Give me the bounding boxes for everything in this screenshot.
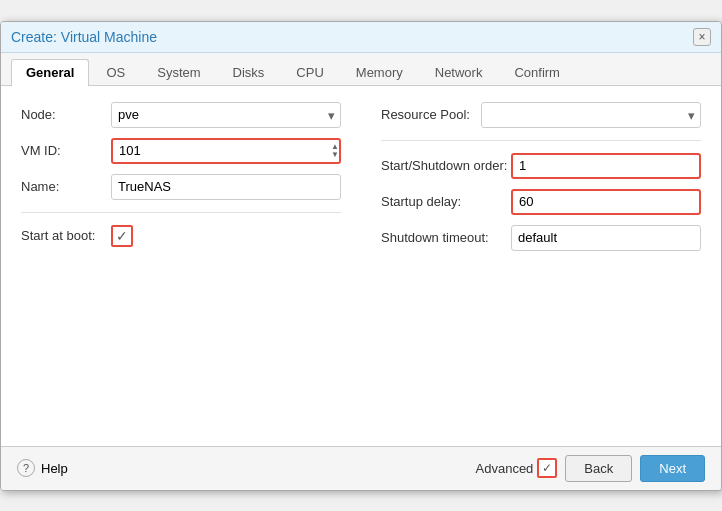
form-section: Node: pve VM ID: 101 ▲ ▼: [21, 102, 701, 261]
create-vm-dialog: Create: Virtual Machine × General OS Sys…: [0, 21, 722, 491]
name-row: Name:: [21, 174, 341, 200]
shutdown-timeout-label: Shutdown timeout:: [381, 230, 511, 245]
vmid-row: VM ID: 101 ▲ ▼: [21, 138, 341, 164]
vmid-spinners: ▲ ▼: [331, 143, 339, 159]
footer: ? Help Advanced ✓ Back Next: [1, 446, 721, 490]
divider-2: [381, 140, 701, 141]
footer-left: ? Help: [17, 459, 68, 477]
advanced-wrapper: Advanced ✓: [476, 458, 558, 478]
resource-pool-select-wrapper: [481, 102, 701, 128]
help-icon[interactable]: ?: [17, 459, 35, 477]
close-button[interactable]: ×: [693, 28, 711, 46]
tab-system[interactable]: System: [142, 59, 215, 85]
startup-delay-row: Startup delay:: [381, 189, 701, 215]
resource-pool-label: Resource Pool:: [381, 107, 481, 122]
vmid-down[interactable]: ▼: [331, 151, 339, 159]
next-button[interactable]: Next: [640, 455, 705, 482]
tab-cpu[interactable]: CPU: [281, 59, 338, 85]
shutdown-order-row: Start/Shutdown order:: [381, 153, 701, 179]
divider-1: [21, 212, 341, 213]
back-button[interactable]: Back: [565, 455, 632, 482]
form-left: Node: pve VM ID: 101 ▲ ▼: [21, 102, 341, 261]
name-input[interactable]: [111, 174, 341, 200]
shutdown-timeout-input[interactable]: [511, 225, 701, 251]
footer-right: Advanced ✓ Back Next: [476, 455, 705, 482]
resource-pool-select[interactable]: [481, 102, 701, 128]
name-label: Name:: [21, 179, 111, 194]
resource-pool-row: Resource Pool:: [381, 102, 701, 128]
startup-delay-label: Startup delay:: [381, 194, 511, 209]
tab-confirm[interactable]: Confirm: [499, 59, 575, 85]
start-at-boot-label: Start at boot:: [21, 228, 111, 243]
vmid-input[interactable]: 101: [111, 138, 341, 164]
help-label: Help: [41, 461, 68, 476]
node-select-wrapper: pve: [111, 102, 341, 128]
node-select[interactable]: pve: [111, 102, 341, 128]
tab-os[interactable]: OS: [91, 59, 140, 85]
advanced-check-mark: ✓: [542, 461, 552, 475]
tab-disks[interactable]: Disks: [218, 59, 280, 85]
advanced-label: Advanced: [476, 461, 534, 476]
start-at-boot-checkbox[interactable]: [111, 225, 133, 247]
shutdown-timeout-row: Shutdown timeout:: [381, 225, 701, 251]
start-at-boot-checkbox-wrapper: [111, 225, 133, 247]
startup-delay-input[interactable]: [511, 189, 701, 215]
dialog-title: Create: Virtual Machine: [11, 29, 157, 45]
advanced-checkbox[interactable]: ✓: [537, 458, 557, 478]
title-bar: Create: Virtual Machine ×: [1, 22, 721, 53]
vmid-input-wrapper: 101 ▲ ▼: [111, 138, 341, 164]
shutdown-order-input[interactable]: [511, 153, 701, 179]
form-content: Node: pve VM ID: 101 ▲ ▼: [1, 86, 721, 446]
shutdown-order-label: Start/Shutdown order:: [381, 158, 511, 173]
tab-general[interactable]: General: [11, 59, 89, 86]
tab-memory[interactable]: Memory: [341, 59, 418, 85]
vmid-label: VM ID:: [21, 143, 111, 158]
start-at-boot-row: Start at boot:: [21, 225, 341, 247]
tab-network[interactable]: Network: [420, 59, 498, 85]
node-label: Node:: [21, 107, 111, 122]
tabs-bar: General OS System Disks CPU Memory Netwo…: [1, 53, 721, 86]
node-row: Node: pve: [21, 102, 341, 128]
form-right: Resource Pool: Start/Shutdown order: Sta…: [381, 102, 701, 261]
